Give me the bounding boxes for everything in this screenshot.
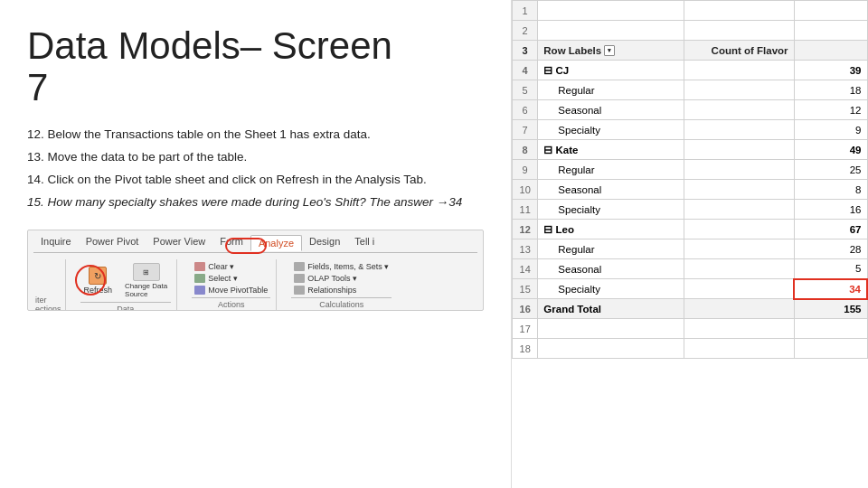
highlighted-value: 34 [794, 279, 867, 299]
grand-total-row: 16 Grand Total 155 [513, 299, 868, 319]
ribbon-screenshot: Inquire Power Pivot Power View Form Anal… [27, 230, 484, 311]
ribbon-tab-form[interactable]: Form [212, 234, 250, 250]
actions-section-label: Actions [192, 297, 270, 309]
table-row: 10 Seasonal 8 [513, 180, 868, 200]
pivot-header-row: 3 Row Labels ▾ Count of Flavor [513, 41, 868, 61]
select-button[interactable]: Select ▾ [192, 273, 270, 284]
ribbon-tab-design[interactable]: Design [302, 234, 347, 250]
olap-tools-button[interactable]: OLAP Tools ▾ [291, 273, 392, 284]
left-panel: Data Models– Screen 7 12. Below the Tran… [0, 0, 511, 488]
relationships-button[interactable]: Relationships [291, 285, 392, 296]
instruction-12: 12. Below the Transactions table on the … [27, 125, 484, 145]
table-row: 13 Regular 28 [513, 239, 868, 259]
table-row: 12 ⊟ Leo 67 [513, 220, 868, 239]
table-row: 11 Specialty 16 [513, 200, 868, 220]
instruction-15: 15. How many specialty shakes were made … [27, 192, 484, 213]
table-row: 1 [513, 1, 868, 21]
fields-items-button[interactable]: Fields, Items, & Sets ▾ [291, 261, 392, 272]
table-row: 2 [513, 21, 868, 41]
ribbon-tab-power-view[interactable]: Power View [146, 234, 212, 250]
change-data-source-button[interactable]: ⊞ Change DataSource [121, 261, 171, 300]
table-row: 9 Regular 25 [513, 160, 868, 180]
table-row: 14 Seasonal 5 [513, 259, 868, 279]
page-title: Data Models– Screen 7 [27, 25, 484, 108]
right-panel: 1 2 3 Row Labels ▾ [511, 0, 868, 488]
pivot-table: 1 2 3 Row Labels ▾ [512, 0, 868, 359]
table-row-highlighted: 15 Specialty 34 [513, 279, 868, 299]
ribbon-tabs: Inquire Power Pivot Power View Form Anal… [33, 234, 477, 253]
ribbon-tab-inquire[interactable]: Inquire [33, 234, 79, 250]
ribbon-tab-power-pivot[interactable]: Power Pivot [79, 234, 146, 250]
instruction-13: 13. Move the data to be part of the tabl… [27, 147, 484, 168]
instructions: 12. Below the Transactions table on the … [27, 125, 484, 213]
instruction-14: 14. Click on the Pivot table sheet and c… [27, 170, 484, 191]
table-row: 8 ⊟ Kate 49 [513, 140, 868, 160]
ribbon-body: iter ections ↻ Refresh ⊞ Change DataSour… [33, 256, 477, 311]
ribbon-tab-analyze[interactable]: Analyze [250, 235, 302, 251]
table-row: 5 Regular 18 [513, 80, 868, 100]
calculations-section-label: Calculations [291, 297, 392, 309]
table-row: 18 [513, 339, 868, 359]
table-row: 17 [513, 319, 868, 339]
table-row: 7 Specialty 9 [513, 120, 868, 140]
data-section-label: Data [80, 302, 172, 311]
table-row: 4 ⊟ CJ 39 [513, 61, 868, 80]
table-row: 6 Seasonal 12 [513, 100, 868, 120]
filter-button[interactable]: ▾ [604, 45, 615, 56]
ribbon-tab-tell[interactable]: Tell i [347, 234, 382, 250]
refresh-button[interactable]: ↻ Refresh [80, 265, 117, 296]
clear-button[interactable]: Clear ▾ [192, 261, 270, 272]
move-pivottable-button[interactable]: Move PivotTable [192, 285, 270, 296]
